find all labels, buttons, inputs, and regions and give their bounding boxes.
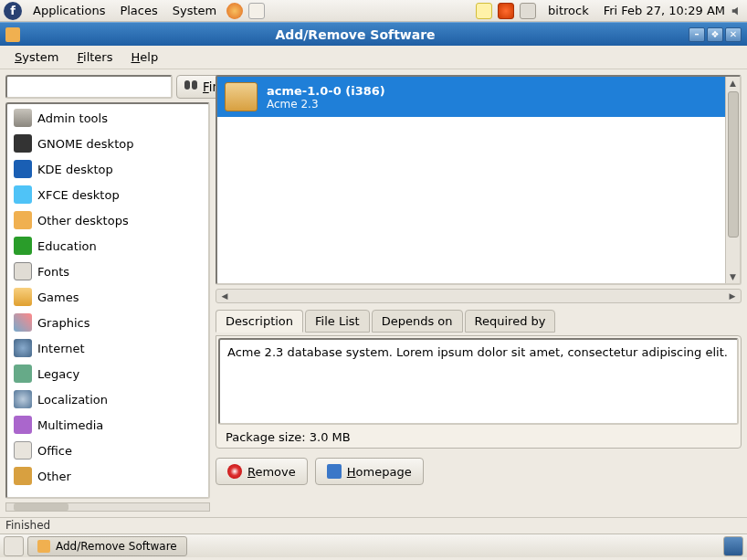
tab-depends-on[interactable]: Depends on xyxy=(372,310,463,333)
window-title: Add/Remove Software xyxy=(24,27,687,42)
category-admin-tools[interactable]: Admin tools xyxy=(8,105,207,131)
volume-icon[interactable] xyxy=(731,5,743,17)
user-label[interactable]: bitrock xyxy=(539,4,598,17)
package-hscrollbar[interactable]: ◀ ▶ xyxy=(216,289,742,303)
package-summary: Acme 2.3 xyxy=(267,98,385,111)
category-education[interactable]: Education xyxy=(8,233,207,259)
category-xfce[interactable]: XFCE desktop xyxy=(8,182,207,207)
search-input[interactable] xyxy=(5,75,173,99)
statusbar: Finished xyxy=(0,517,747,534)
homepage-button[interactable]: Homepage xyxy=(315,458,424,485)
scroll-left-icon[interactable]: ◀ xyxy=(218,290,231,302)
category-localization[interactable]: Localization xyxy=(8,386,207,412)
category-legacy[interactable]: Legacy xyxy=(8,361,207,386)
multimedia-icon xyxy=(14,416,32,434)
category-gnome[interactable]: GNOME desktop xyxy=(8,131,207,156)
clock[interactable]: Fri Feb 27, 10:29 AM xyxy=(598,4,731,17)
other-desktops-icon xyxy=(14,211,32,229)
package-name: acme-1.0-0 (i386) xyxy=(267,84,385,98)
fedora-logo-icon[interactable]: f xyxy=(4,2,22,20)
internet-icon xyxy=(14,339,32,357)
category-office[interactable]: Office xyxy=(8,438,207,463)
package-box-icon xyxy=(225,82,258,111)
applications-menu[interactable]: Applications xyxy=(26,4,112,17)
tab-content: Acme 2.3 database system. Lorem ipsum do… xyxy=(216,335,742,449)
updates-tray-icon[interactable] xyxy=(498,3,514,19)
firefox-icon[interactable] xyxy=(226,3,243,19)
graphics-icon xyxy=(14,313,32,332)
education-icon xyxy=(14,237,32,255)
show-desktop-button[interactable] xyxy=(4,536,24,556)
xfce-icon xyxy=(14,185,32,204)
scroll-up-icon[interactable]: ▲ xyxy=(727,77,740,90)
kde-icon xyxy=(14,160,32,178)
menubar: System Filters Help xyxy=(0,46,747,69)
minimize-button[interactable]: – xyxy=(689,27,705,42)
left-panel: Find Admin tools GNOME desktop KDE deskt… xyxy=(5,75,210,512)
category-other[interactable]: Other xyxy=(8,463,207,489)
package-list[interactable]: acme-1.0-0 (i386) Acme 2.3 ▲ ▼ xyxy=(216,75,742,285)
content-area: Find Admin tools GNOME desktop KDE deskt… xyxy=(0,69,747,517)
fonts-icon xyxy=(14,262,32,280)
package-vscrollbar[interactable]: ▲ ▼ xyxy=(725,77,740,283)
places-menu[interactable]: Places xyxy=(112,4,164,17)
category-list[interactable]: Admin tools GNOME desktop KDE desktop XF… xyxy=(5,102,210,499)
system-panel: f Applications Places System bitrock Fri… xyxy=(0,0,747,22)
office-icon xyxy=(14,441,32,460)
right-panel: acme-1.0-0 (i386) Acme 2.3 ▲ ▼ ◀ ▶ Descr… xyxy=(216,75,742,512)
other-icon xyxy=(14,467,32,485)
games-icon xyxy=(14,288,32,306)
email-icon[interactable] xyxy=(248,3,265,19)
window-titlebar[interactable]: Add/Remove Software – ❖ ✕ xyxy=(0,22,747,46)
remove-icon xyxy=(227,464,242,479)
category-kde[interactable]: KDE desktop xyxy=(8,156,207,182)
tab-file-list[interactable]: File List xyxy=(305,310,370,333)
category-hscrollbar[interactable] xyxy=(5,502,210,512)
remove-button[interactable]: Remove xyxy=(216,458,308,485)
detail-tabs: Description File List Depends on Require… xyxy=(216,309,742,332)
home-icon xyxy=(327,464,342,479)
maximize-button[interactable]: ❖ xyxy=(707,27,723,42)
close-button[interactable]: ✕ xyxy=(725,27,742,42)
notes-tray-icon[interactable] xyxy=(476,3,492,19)
localization-icon xyxy=(14,390,32,408)
taskbar-app-icon xyxy=(37,540,50,553)
legacy-icon xyxy=(14,365,32,383)
tab-description[interactable]: Description xyxy=(216,310,303,333)
workspace-switcher[interactable] xyxy=(723,536,743,556)
category-other-desktops[interactable]: Other desktops xyxy=(8,207,207,233)
app-icon xyxy=(5,27,20,42)
package-size: Package size: 3.0 MB xyxy=(218,425,739,446)
category-fonts[interactable]: Fonts xyxy=(8,259,207,284)
category-internet[interactable]: Internet xyxy=(8,335,207,361)
scroll-right-icon[interactable]: ▶ xyxy=(726,290,739,302)
menu-filters[interactable]: Filters xyxy=(68,48,122,67)
system-menu[interactable]: System xyxy=(165,4,224,17)
network-tray-icon[interactable] xyxy=(520,3,536,19)
scroll-thumb[interactable] xyxy=(728,91,739,238)
tab-required-by[interactable]: Required by xyxy=(465,310,556,333)
admin-tools-icon xyxy=(14,109,32,127)
scroll-down-icon[interactable]: ▼ xyxy=(727,270,740,283)
category-graphics[interactable]: Graphics xyxy=(8,310,207,335)
category-games[interactable]: Games xyxy=(8,284,207,310)
menu-help[interactable]: Help xyxy=(121,48,167,67)
category-multimedia[interactable]: Multimedia xyxy=(8,412,207,438)
taskbar-task[interactable]: Add/Remove Software xyxy=(27,536,187,556)
description-text: Acme 2.3 database system. Lorem ipsum do… xyxy=(218,338,739,425)
taskbar: Add/Remove Software xyxy=(0,534,747,557)
menu-system[interactable]: System xyxy=(5,48,68,67)
package-item[interactable]: acme-1.0-0 (i386) Acme 2.3 xyxy=(217,77,725,117)
gnome-icon xyxy=(14,134,32,153)
binoculars-icon xyxy=(184,80,199,93)
